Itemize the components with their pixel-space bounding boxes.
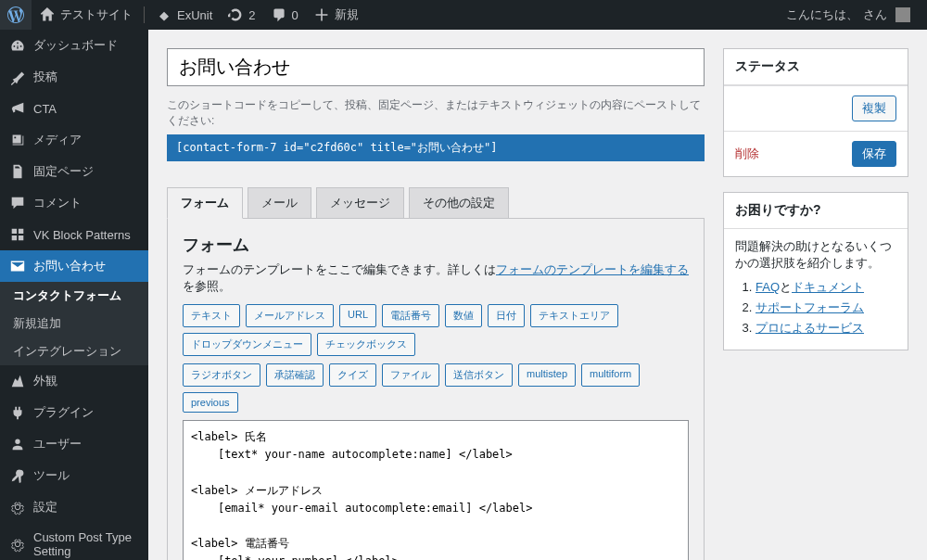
appearance-icon [9, 373, 26, 389]
tag-generator-button[interactable]: multistep [518, 363, 576, 387]
tools-icon [9, 467, 26, 484]
save-button[interactable]: 保存 [852, 141, 896, 167]
tag-generator-button[interactable]: 送信ボタン [445, 363, 513, 387]
sidebar-item-label: 設定 [33, 499, 57, 515]
sidebar-item-外観[interactable]: 外観 [0, 365, 148, 397]
sidebar-item-label: VK Block Patterns [33, 228, 131, 242]
sidebar-item-設定[interactable]: 設定 [0, 491, 148, 523]
tag-generator-button[interactable]: URL [339, 304, 376, 327]
editor-tabs: フォーム メール メッセージ その他の設定 [167, 187, 705, 218]
tag-generator-button[interactable]: ファイル [382, 363, 439, 387]
block-icon [9, 226, 26, 243]
tag-generator-button[interactable]: 電話番号 [382, 304, 439, 327]
sidebar-item-label: メディア [33, 132, 82, 148]
tag-generator-button[interactable]: ドロップダウンメニュー [183, 333, 311, 356]
shortcode-display[interactable]: [contact-form-7 id="c2fd60c" title="お問い合… [167, 134, 705, 161]
comments-link[interactable]: 0 [263, 0, 306, 30]
tag-generator-button[interactable]: 承諾確認 [266, 363, 324, 387]
settings-icon [9, 499, 26, 515]
sidebar-item-label: ツール [33, 467, 70, 484]
help-link-item: サポートフォーラム [756, 299, 896, 316]
greeting: こんにちは、 [786, 6, 858, 23]
tag-generator-button[interactable]: テキスト [183, 304, 240, 327]
exunit-label: ExUnit [177, 8, 212, 22]
tag-generator-button[interactable]: メールアドレス [246, 304, 334, 327]
panel-description: フォームのテンプレートをここで編集できます。詳しくはフォームのテンプレートを編集… [183, 261, 689, 295]
faq-link[interactable]: FAQ [756, 280, 780, 294]
help-link-item: プロによるサービス [756, 320, 896, 337]
sidebar-item-メディア[interactable]: メディア [0, 124, 148, 156]
tab-form[interactable]: フォーム [167, 187, 243, 219]
plugins-icon [9, 404, 26, 421]
help-box: お困りですか? 問題解決の助けとなるいくつかの選択肢を紹介します。 FAQとドキ… [723, 192, 908, 350]
support-forum-link[interactable]: サポートフォーラム [756, 300, 864, 314]
mail-icon [9, 258, 26, 274]
sidebar-item-label: Custom Post Type Setting [33, 530, 139, 558]
account-link[interactable]: こんにちは、 さん [779, 0, 918, 30]
duplicate-button[interactable]: 複製 [852, 95, 896, 121]
status-box: ステータス 複製 削除 保存 [723, 48, 908, 177]
updates-link[interactable]: 2 [220, 0, 262, 30]
form-panel: フォーム フォームのテンプレートをここで編集できます。詳しくはフォームのテンプレ… [167, 218, 705, 560]
sidebar-item-cta[interactable]: CTA [0, 93, 148, 124]
side-column: ステータス 複製 削除 保存 お困りですか? 問題解決の助けとなるいくつかの選択… [723, 48, 908, 365]
tag-generator-button[interactable]: ラジオボタン [183, 363, 260, 387]
form-template-textarea[interactable] [183, 420, 689, 560]
exunit-link[interactable]: ◆ ExUnit [148, 0, 220, 30]
sidebar-item-label: ユーザー [33, 436, 82, 452]
tab-other-settings[interactable]: その他の設定 [409, 187, 509, 218]
tag-generator-button[interactable]: 日付 [488, 304, 525, 327]
sidebar-submenu: コンタクトフォーム 新規追加 インテグレーション [0, 282, 148, 365]
main-column: このショートコードをコピーして、投稿、固定ページ、またはテキストウィジェットの内… [167, 48, 705, 560]
form-title-input[interactable] [167, 48, 705, 86]
exunit-icon: ◆ [156, 6, 172, 23]
sidebar-item-contact[interactable]: お問い合わせ [0, 250, 148, 282]
new-content-link[interactable]: 新規 [306, 0, 366, 30]
tag-generator-button[interactable]: previous [183, 392, 238, 413]
tag-generator-button[interactable]: チェックボックス [317, 333, 415, 356]
tag-generator-button[interactable]: 数値 [445, 304, 482, 327]
help-links-list: FAQとドキュメント サポートフォーラム プロによるサービス [735, 279, 896, 337]
submenu-item-add-new[interactable]: 新規追加 [0, 310, 148, 337]
submenu-item-integration[interactable]: インテグレーション [0, 337, 148, 365]
sidebar-item-プラグイン[interactable]: プラグイン [0, 397, 148, 428]
sidebar-item-label: 外観 [33, 373, 57, 389]
updates-count: 2 [248, 8, 255, 22]
sidebar-item-投稿[interactable]: 投稿 [0, 61, 148, 93]
admin-bar-left: テストサイト ◆ ExUnit 2 0 新規 [0, 0, 366, 30]
help-box-title: お困りですか? [724, 193, 908, 229]
sidebar-item-vk-block-patterns[interactable]: VK Block Patterns [0, 219, 148, 250]
docs-link[interactable]: ドキュメント [792, 280, 864, 294]
submenu-item-contact-forms[interactable]: コンタクトフォーム [0, 282, 148, 310]
pro-service-link[interactable]: プロによるサービス [756, 321, 864, 335]
avatar [895, 7, 910, 22]
sidebar-item-固定ページ[interactable]: 固定ページ [0, 156, 148, 187]
tag-buttons-row1: テキストメールアドレスURL電話番号数値日付テキストエリアドロップダウンメニュー… [183, 304, 689, 356]
tag-buttons-row2: ラジオボタン承諾確認クイズファイル送信ボタンmultistepmultiform… [183, 363, 689, 413]
tag-generator-button[interactable]: クイズ [329, 363, 376, 387]
sidebar-item-ダッシュボード[interactable]: ダッシュボード [0, 30, 148, 61]
tag-generator-button[interactable]: multiform [581, 363, 640, 387]
wp-logo[interactable] [0, 0, 32, 30]
pin-icon [9, 69, 26, 85]
sidebar-item-ツール[interactable]: ツール [0, 460, 148, 491]
sidebar-item-label: 固定ページ [33, 163, 94, 180]
sidebar-item-custom-post-type-setting[interactable]: Custom Post Type Setting [0, 523, 148, 560]
template-edit-link[interactable]: フォームのテンプレートを編集する [496, 262, 689, 276]
help-description: 問題解決の助けとなるいくつかの選択肢を紹介します。 [735, 238, 896, 272]
sidebar-item-コメント[interactable]: コメント [0, 187, 148, 219]
panel-title: フォーム [183, 234, 689, 256]
delete-link[interactable]: 削除 [735, 146, 759, 162]
megaphone-icon [9, 100, 26, 117]
page-icon [9, 163, 26, 180]
tab-messages[interactable]: メッセージ [316, 187, 404, 218]
site-home-link[interactable]: テストサイト [32, 0, 140, 30]
sidebar-item-label: プラグイン [33, 404, 94, 421]
site-name: テストサイト [60, 6, 133, 23]
sidebar-item-label: お問い合わせ [33, 258, 106, 274]
dashboard-icon [9, 37, 26, 54]
admin-sidebar: ダッシュボード投稿CTAメディア固定ページコメントVK Block Patter… [0, 30, 148, 560]
tag-generator-button[interactable]: テキストエリア [530, 304, 618, 327]
sidebar-item-ユーザー[interactable]: ユーザー [0, 428, 148, 460]
tab-mail[interactable]: メール [248, 187, 311, 218]
